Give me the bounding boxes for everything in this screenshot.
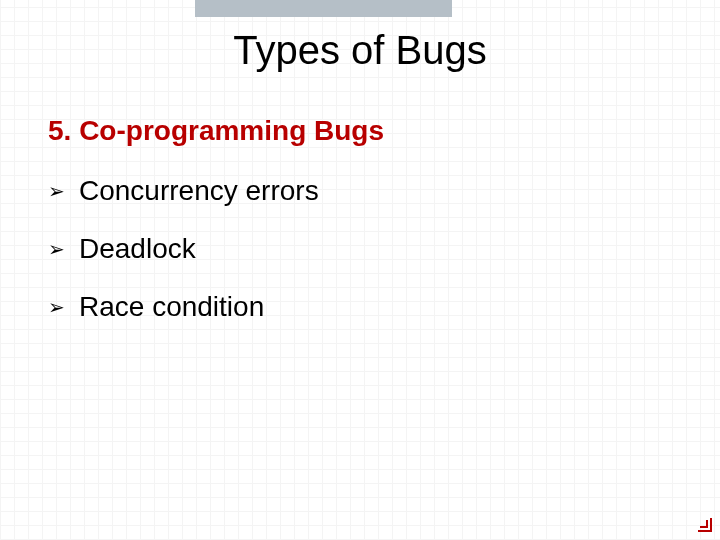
bullet-list: ➢ Concurrency errors ➢ Deadlock ➢ Race c… xyxy=(48,175,720,323)
slide-title: Types of Bugs xyxy=(0,28,720,73)
bullet-text: Concurrency errors xyxy=(79,175,319,207)
corner-accent-icon xyxy=(694,514,712,532)
list-item: ➢ Race condition xyxy=(48,291,720,323)
bullet-text: Deadlock xyxy=(79,233,196,265)
slide-content: Types of Bugs 5. Co-programming Bugs ➢ C… xyxy=(0,0,720,323)
slide-subtitle: 5. Co-programming Bugs xyxy=(48,115,720,147)
list-item: ➢ Deadlock xyxy=(48,233,720,265)
list-item: ➢ Concurrency errors xyxy=(48,175,720,207)
chevron-bullet-icon: ➢ xyxy=(48,179,65,203)
bullet-text: Race condition xyxy=(79,291,264,323)
chevron-bullet-icon: ➢ xyxy=(48,295,65,319)
chevron-bullet-icon: ➢ xyxy=(48,237,65,261)
